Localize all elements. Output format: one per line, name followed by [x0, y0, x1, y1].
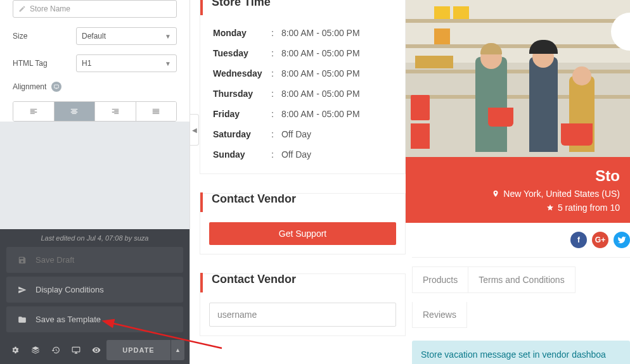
- align-justify-button[interactable]: [136, 102, 177, 121]
- history-icon: [51, 346, 60, 355]
- editor-sidebar: Store Name Size Default ▼ HTML Tag H1 ▼ …: [0, 0, 190, 364]
- html-tag-select[interactable]: H1 ▼: [76, 54, 177, 72]
- contact-vendor-section: Contact Vendor Get Support: [200, 193, 406, 254]
- settings-button[interactable]: [5, 340, 25, 360]
- update-button[interactable]: UPDATE: [106, 340, 170, 360]
- alignment-label: Alignment: [13, 82, 46, 91]
- chevron-down-icon: ▼: [165, 33, 171, 40]
- responsive-button[interactable]: [66, 340, 86, 360]
- update-options-button[interactable]: ▲: [170, 340, 184, 360]
- align-center-button[interactable]: [55, 102, 96, 121]
- align-left-button[interactable]: [13, 102, 55, 121]
- preview-button[interactable]: [86, 340, 106, 360]
- size-select[interactable]: Default ▼: [76, 27, 177, 45]
- save-template-button[interactable]: Save as Template: [6, 306, 183, 332]
- twitter-icon: [617, 235, 626, 244]
- align-right-button[interactable]: [95, 102, 136, 121]
- preview-area: Store Time Monday:8:00 AM - 05:00 PM Tue…: [190, 0, 630, 364]
- table-row: Monday:8:00 AM - 05:00 PM: [209, 23, 414, 43]
- save-icon: [18, 256, 27, 265]
- table-row: Sunday:Off Day: [209, 144, 414, 165]
- hours-table: Monday:8:00 AM - 05:00 PM Tuesday:8:00 A…: [209, 23, 414, 165]
- chevron-down-icon: ▼: [165, 60, 171, 67]
- store-time-section: Store Time Monday:8:00 AM - 05:00 PM Tue…: [200, 0, 406, 174]
- google-plus-link[interactable]: G+: [592, 232, 608, 248]
- facebook-link[interactable]: f: [570, 232, 587, 248]
- svg-rect-0: [55, 85, 59, 88]
- contact-vendor-header: Contact Vendor: [200, 192, 405, 212]
- username-input[interactable]: username: [209, 303, 396, 327]
- svg-rect-1: [56, 89, 58, 89]
- store-tabs: Products Terms and Conditions: [412, 267, 630, 293]
- contact-vendor-header-2: Contact Vendor: [200, 273, 405, 292]
- size-label: Size: [13, 32, 76, 41]
- table-row: Tuesday:8:00 AM - 05:00 PM: [209, 43, 414, 63]
- responsive-icon[interactable]: [51, 82, 61, 92]
- sidebar-footer: Last edited on Jul 4, 07:08 by suza Save…: [0, 229, 190, 364]
- table-row: Wednesday:8:00 AM - 05:00 PM: [209, 63, 414, 84]
- html-tag-label: HTML Tag: [13, 59, 76, 68]
- get-support-button[interactable]: Get Support: [209, 222, 396, 245]
- desktop-icon: [72, 346, 80, 355]
- eye-icon: [92, 346, 101, 355]
- paper-plane-icon: [18, 286, 27, 294]
- folder-icon: [18, 315, 27, 324]
- store-banner-image: [406, 0, 630, 157]
- social-links: f G+: [412, 223, 630, 258]
- table-row: Thursday:8:00 AM - 05:00 PM: [209, 84, 414, 104]
- store-time-header: Store Time: [200, 0, 405, 15]
- history-button[interactable]: [46, 340, 66, 360]
- contact-vendor-form-section: Contact Vendor username: [200, 273, 406, 336]
- alignment-buttons: [13, 101, 177, 122]
- map-pin-icon: [492, 190, 499, 198]
- store-name-input[interactable]: Store Name: [13, 0, 177, 18]
- table-row: Friday:8:00 AM - 05:00 PM: [209, 104, 414, 124]
- collapse-sidebar-button[interactable]: ◀: [190, 114, 199, 146]
- tab-reviews[interactable]: Reviews: [412, 302, 467, 328]
- store-header-info: Sto New York, United States (US) 5 ratin…: [406, 157, 630, 223]
- display-conditions-button[interactable]: Display Conditions: [6, 277, 183, 303]
- navigator-button[interactable]: [25, 340, 46, 360]
- last-edited-text: Last edited on Jul 4, 07:08 by suza: [0, 229, 190, 247]
- tab-terms[interactable]: Terms and Conditions: [468, 267, 575, 293]
- twitter-link[interactable]: [614, 232, 630, 248]
- store-location: New York, United States (US): [416, 189, 620, 199]
- star-icon: [546, 204, 554, 211]
- table-row: Saturday:Off Day: [209, 124, 414, 144]
- layers-icon: [31, 346, 40, 355]
- panel-controls: Store Name Size Default ▼ HTML Tag H1 ▼ …: [0, 0, 190, 122]
- pencil-icon: [18, 5, 26, 13]
- store-rating: 5 rating from 10: [416, 203, 620, 213]
- store-name-heading: Sto: [416, 167, 620, 185]
- gear-icon: [11, 346, 20, 355]
- vacation-message: Store vacation message set in vendor das…: [412, 341, 630, 364]
- tab-products[interactable]: Products: [412, 267, 468, 293]
- panel-spacer: [0, 122, 190, 229]
- save-draft-button[interactable]: Save Draft: [6, 247, 183, 273]
